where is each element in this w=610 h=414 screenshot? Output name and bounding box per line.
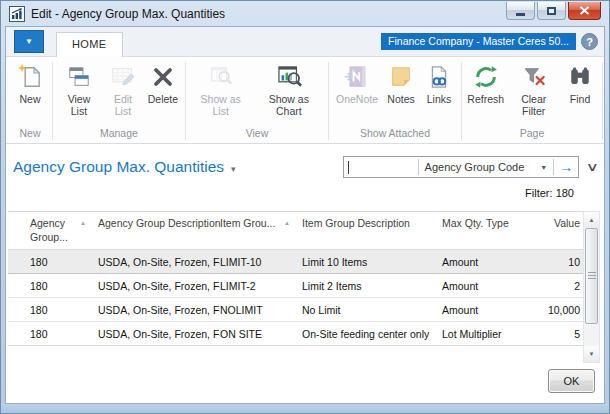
ribbon-button-label: Show as List: [193, 93, 249, 118]
cell-item-group-description[interactable]: Limit 2 Items: [302, 274, 442, 298]
cell-agency-group-description[interactable]: USDA, On-Site, Frozen, F-LW: [98, 274, 220, 298]
column-header-value[interactable]: Value: [538, 212, 583, 250]
view-list-icon: [64, 62, 94, 92]
column-header-agency-group-description[interactable]: Agency Group Description: [98, 212, 220, 250]
cell-agency-group[interactable]: 180: [8, 298, 98, 322]
ribbon-links-button[interactable]: Links: [421, 61, 457, 106]
cell-value[interactable]: 5: [538, 322, 583, 346]
filter-pane-chevron-icon[interactable]: ∨: [586, 160, 599, 174]
ribbon-group-view: Show as List: [187, 59, 327, 143]
cell-item-group[interactable]: NOLIMIT: [220, 298, 302, 322]
cell-item-group-description[interactable]: No Limit: [302, 298, 442, 322]
ribbon-find-button[interactable]: Find: [562, 61, 598, 106]
clear-filter-icon: [519, 62, 549, 92]
ribbon-group-new: New New: [9, 59, 51, 143]
ribbon-button-label: Show as Chart: [257, 93, 321, 118]
new-document-icon: [15, 62, 45, 92]
chart-window-icon: [9, 6, 25, 22]
data-grid: Agency Group... ▲ Agency Group Descripti…: [8, 211, 600, 346]
sort-ascending-icon: ▲: [80, 219, 86, 227]
ribbon-new-button[interactable]: New: [12, 61, 48, 106]
titlebar: Edit - Agency Group Max. Quantities: [1, 1, 609, 26]
ribbon-divider: [328, 62, 329, 140]
ribbon-edit-list-button: Edit List: [103, 61, 143, 119]
help-icon[interactable]: ?: [581, 33, 598, 50]
show-as-list-icon: [206, 62, 236, 92]
application-menu-button[interactable]: ▼: [14, 30, 44, 53]
cell-max-qty-type[interactable]: Amount: [442, 274, 538, 298]
restore-button[interactable]: [537, 2, 566, 20]
filter-value-input[interactable]: [349, 161, 417, 173]
chevron-down-icon: ▼: [540, 164, 547, 171]
filter-status: Filter: 180: [6, 187, 574, 202]
ribbon-group-label: New: [9, 127, 51, 143]
scroll-down-button[interactable]: ▼: [584, 346, 599, 362]
cell-max-qty-type[interactable]: Amount: [442, 250, 538, 274]
ribbon-delete-button[interactable]: Delete: [145, 61, 181, 106]
window-title: Edit - Agency Group Max. Quantities: [31, 7, 225, 21]
find-binoculars-icon: [565, 62, 595, 92]
table-row[interactable]: 180 USDA, On-Site, Frozen, F-LW LIMIT-10…: [8, 250, 583, 274]
cell-agency-group[interactable]: 180: [8, 322, 98, 346]
cell-item-group[interactable]: LIMIT-10: [220, 250, 302, 274]
page-title-menu[interactable]: Agency Group Max. Quantities ▾: [13, 158, 236, 176]
edit-list-icon: [108, 62, 138, 92]
close-button[interactable]: [568, 2, 601, 20]
table-row[interactable]: 180 USDA, On-Site, Frozen, F-LW ON SITE …: [8, 322, 583, 346]
table-header-row: Agency Group... ▲ Agency Group Descripti…: [8, 212, 583, 250]
cell-agency-group-description[interactable]: USDA, On-Site, Frozen, F-LW: [98, 298, 220, 322]
window-bottom-frame: [1, 404, 609, 413]
application-window: Edit - Agency Group Max. Quantities ▼ HO…: [0, 0, 610, 414]
tab-home[interactable]: HOME: [56, 32, 123, 57]
ribbon-show-as-chart-button[interactable]: Show as Chart: [254, 61, 324, 119]
cell-agency-group[interactable]: 180: [8, 250, 98, 274]
cell-agency-group-description[interactable]: USDA, On-Site, Frozen, F-LW: [98, 322, 220, 346]
cell-agency-group[interactable]: 180: [8, 274, 98, 298]
vertical-scrollbar: ▲ ▼: [583, 211, 600, 363]
cell-agency-group-description[interactable]: USDA, On-Site, Frozen, F-LW: [98, 250, 220, 274]
ribbon-view-list-button[interactable]: View List: [57, 61, 101, 119]
column-header-agency-group[interactable]: Agency Group... ▲: [8, 212, 98, 250]
ribbon-button-label: Links: [427, 93, 452, 105]
column-header-item-group-description[interactable]: Item Group Description: [302, 212, 442, 250]
ribbon-button-label: Edit List: [106, 93, 140, 118]
cell-item-group[interactable]: LIMIT-2: [220, 274, 302, 298]
client-area: ▼ HOME Finance Company - Master Ceres 50…: [5, 26, 605, 404]
cell-value[interactable]: 2: [538, 274, 583, 298]
filter-field-label: Agency Group Code: [425, 161, 525, 173]
cell-value[interactable]: 10,000: [538, 298, 583, 322]
minimize-button[interactable]: [506, 2, 535, 20]
ribbon-onenote-button: OneNote: [333, 61, 381, 106]
column-header-max-qty-type[interactable]: Max Qty. Type: [442, 212, 538, 250]
ok-button[interactable]: OK: [548, 369, 595, 393]
ribbon-refresh-button[interactable]: Refresh: [466, 61, 505, 106]
cell-max-qty-type[interactable]: Lot Multiplier: [442, 322, 538, 346]
scroll-up-button[interactable]: ▲: [584, 212, 599, 228]
apply-filter-button[interactable]: →: [554, 157, 578, 177]
show-as-chart-icon: [274, 62, 304, 92]
scrollbar-track[interactable]: [584, 228, 599, 346]
column-header-item-group[interactable]: Item Grou... ▲: [220, 212, 302, 250]
filter-field-select[interactable]: Agency Group Code ▼: [419, 161, 554, 173]
page-title-caret-icon: ▾: [231, 164, 236, 174]
ribbon-group-manage: View List Edit List: [54, 59, 184, 143]
ribbon-button-label: Refresh: [467, 93, 504, 105]
ribbon-group-label: Manage: [54, 127, 184, 143]
ribbon-clear-filter-button[interactable]: Clear Filter: [507, 61, 560, 119]
ribbon-divider: [52, 62, 53, 140]
cell-value[interactable]: 10: [538, 250, 583, 274]
cell-item-group-description[interactable]: Limit 10 Items: [302, 250, 442, 274]
company-badge[interactable]: Finance Company - Master Ceres 50...: [381, 33, 576, 50]
table-row[interactable]: 180 USDA, On-Site, Frozen, F-LW LIMIT-2 …: [8, 274, 583, 298]
restore-icon: [547, 7, 556, 15]
cell-item-group-description[interactable]: On-Site feeding center only: [302, 322, 442, 346]
scrollbar-thumb[interactable]: [585, 228, 598, 324]
sort-ascending-icon: ▲: [284, 219, 290, 227]
onenote-icon: [342, 62, 372, 92]
links-icon: [424, 62, 454, 92]
quick-filter-box: Agency Group Code ▼ →: [343, 156, 579, 178]
table-row[interactable]: 180 USDA, On-Site, Frozen, F-LW NOLIMIT …: [8, 298, 583, 322]
cell-max-qty-type[interactable]: Amount: [442, 298, 538, 322]
ribbon-notes-button[interactable]: Notes: [383, 61, 419, 106]
cell-item-group[interactable]: ON SITE: [220, 322, 302, 346]
